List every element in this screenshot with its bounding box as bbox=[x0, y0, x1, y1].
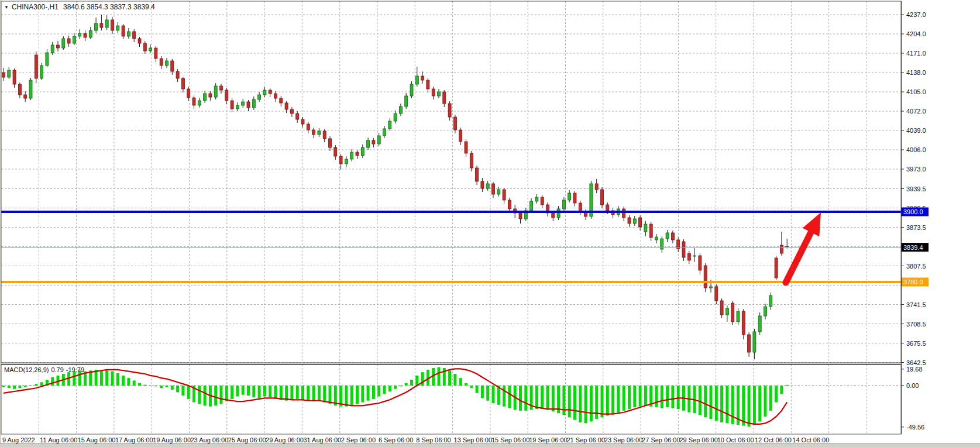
candle bbox=[666, 233, 669, 239]
time-label: 11 Aug 06:00 bbox=[40, 436, 77, 443]
macd-tick-label: -49.56 bbox=[906, 424, 924, 431]
price-tick-label: 4006.0 bbox=[906, 146, 926, 153]
candle bbox=[421, 76, 424, 80]
time-label: 6 Sep 06:00 bbox=[379, 436, 413, 443]
macd-bar bbox=[13, 386, 16, 389]
candle bbox=[661, 239, 663, 249]
candle bbox=[535, 197, 538, 201]
macd-bar bbox=[274, 386, 277, 399]
macd-bar bbox=[388, 386, 391, 391]
candle bbox=[492, 184, 495, 194]
candle bbox=[247, 102, 250, 108]
macd-bar bbox=[307, 386, 310, 401]
macd-bar bbox=[633, 386, 636, 407]
macd-bar bbox=[138, 383, 141, 386]
candle bbox=[105, 20, 108, 27]
time-label: 14 Oct 06:00 bbox=[792, 436, 829, 443]
macd-bar bbox=[143, 385, 146, 386]
candle bbox=[231, 101, 233, 109]
macd-bar bbox=[383, 386, 386, 394]
candle bbox=[127, 32, 130, 36]
macd-bar bbox=[231, 386, 233, 399]
time-label: 27 Sep 06:00 bbox=[642, 436, 680, 443]
candle bbox=[181, 78, 184, 89]
candle bbox=[427, 80, 429, 89]
candle bbox=[715, 287, 718, 301]
candle bbox=[209, 94, 212, 97]
candle bbox=[280, 98, 283, 103]
candle bbox=[410, 84, 413, 96]
macd-bar bbox=[725, 386, 728, 423]
macd-bar bbox=[595, 386, 598, 419]
time-label: 9 Aug 2022 bbox=[2, 436, 35, 443]
macd-bar bbox=[269, 386, 271, 397]
macd-bar bbox=[611, 386, 614, 414]
candle bbox=[269, 90, 271, 94]
candle bbox=[111, 20, 114, 30]
candle bbox=[595, 184, 598, 190]
candle bbox=[541, 197, 544, 205]
macd-bar bbox=[301, 386, 304, 400]
macd-bar bbox=[720, 386, 723, 422]
candle bbox=[465, 142, 467, 153]
macd-bar bbox=[176, 386, 179, 392]
time-label: 15 Sep 06:00 bbox=[491, 436, 529, 443]
candle bbox=[138, 39, 141, 43]
candle bbox=[318, 131, 321, 135]
candle bbox=[204, 94, 207, 101]
candle bbox=[29, 80, 32, 98]
macd-bar bbox=[410, 380, 413, 386]
macd-bar bbox=[356, 386, 359, 404]
macd-bar bbox=[671, 386, 674, 408]
candle bbox=[116, 26, 119, 30]
macd-bar bbox=[345, 386, 348, 407]
candle bbox=[78, 33, 81, 36]
candle bbox=[198, 101, 201, 105]
time-label: 12 Oct 06:00 bbox=[755, 436, 792, 443]
candle bbox=[290, 109, 293, 114]
macd-bar bbox=[181, 386, 184, 396]
macd-bar bbox=[448, 370, 451, 386]
candle bbox=[383, 129, 386, 136]
macd-bar bbox=[546, 386, 549, 410]
macd-bar bbox=[24, 386, 27, 387]
candle bbox=[552, 213, 555, 218]
candle bbox=[601, 190, 604, 205]
macd-bar bbox=[655, 386, 658, 407]
chart-canvas[interactable]: 4237.04204.04171.04138.04105.04072.04039… bbox=[0, 0, 980, 447]
price-tick-label: 4039.0 bbox=[906, 127, 926, 134]
candle bbox=[753, 332, 756, 352]
macd-bar bbox=[628, 386, 631, 409]
candle bbox=[699, 256, 702, 270]
macd-bar bbox=[524, 386, 527, 411]
price-tick-label: 4204.0 bbox=[906, 30, 926, 37]
candle bbox=[8, 70, 11, 77]
time-label: 31 Aug 06:00 bbox=[303, 436, 341, 443]
time-label: 19 Aug 06:00 bbox=[153, 436, 191, 443]
symbol-dropdown-icon[interactable]: ▼ bbox=[4, 5, 9, 10]
macd-bar bbox=[350, 386, 353, 405]
candle bbox=[508, 200, 511, 209]
orange-line-chip-label: 3780.0 bbox=[903, 278, 923, 286]
candle bbox=[633, 219, 636, 224]
candle bbox=[394, 114, 397, 121]
macd-bar bbox=[399, 386, 402, 386]
candle bbox=[307, 124, 310, 130]
candle bbox=[334, 147, 337, 156]
candle bbox=[737, 311, 740, 322]
time-label: 23 Aug 06:00 bbox=[191, 436, 229, 443]
macd-bar bbox=[116, 373, 119, 386]
time-label: 23 Sep 06:00 bbox=[604, 436, 642, 443]
macd-bar bbox=[617, 386, 620, 412]
candle bbox=[154, 48, 157, 59]
candle bbox=[339, 156, 342, 164]
macd-bar bbox=[280, 386, 283, 400]
macd-bar bbox=[677, 386, 680, 409]
candle bbox=[780, 245, 783, 253]
time-label: 19 Sep 06:00 bbox=[529, 436, 567, 443]
candle bbox=[67, 39, 70, 43]
macd-bar bbox=[780, 386, 783, 394]
chart-window: 4237.04204.04171.04138.04105.04072.04039… bbox=[0, 0, 980, 447]
price-tick-label: 3642.5 bbox=[906, 359, 926, 366]
macd-bar bbox=[470, 386, 473, 388]
